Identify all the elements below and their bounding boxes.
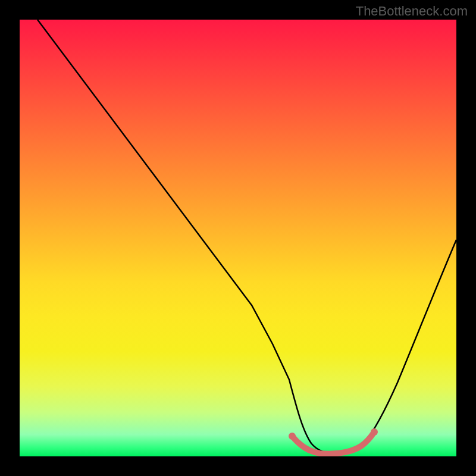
gradient-background [20,20,456,456]
watermark-text: TheBottleneck.com [356,4,468,19]
plot-area [20,20,456,456]
